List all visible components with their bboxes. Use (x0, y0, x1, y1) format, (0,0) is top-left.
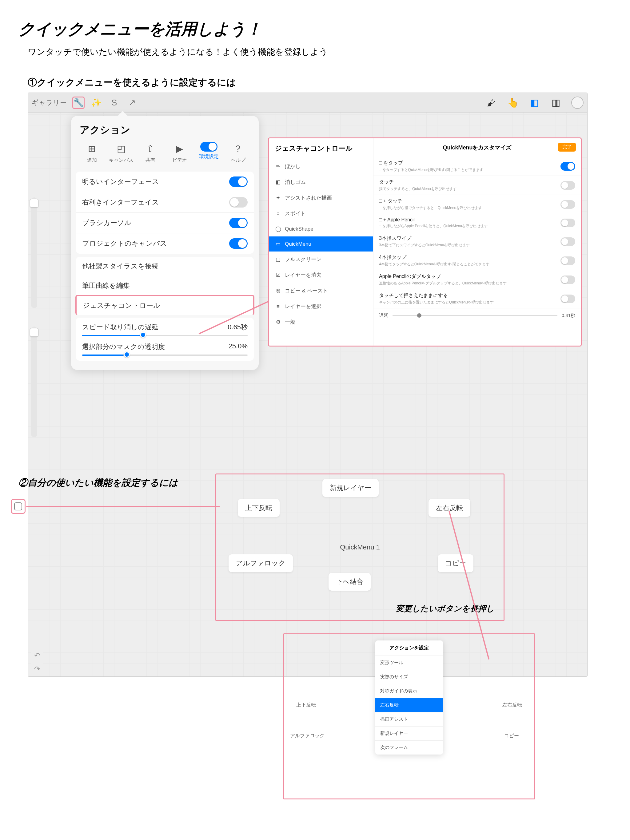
action-area: 上下反転 左右反転 アルファロック コピー アクションを設定 変形ツール 実際の… (283, 633, 535, 799)
gallery-button[interactable]: ギャラリー (32, 98, 67, 107)
row-right: 右利きインターフェイス (76, 192, 254, 213)
gp-row-sqtouch: □ + タッチ□ を押しながら指でタッチすると、QuickMenuを呼び出せます (374, 195, 581, 214)
color-picker[interactable] (571, 96, 584, 109)
eraser-icon[interactable]: ◧ (528, 96, 540, 109)
action-list: アクションを設定 変形ツール 実際のサイズ 対称ガイドの表示 左右反転 描画アシ… (375, 641, 443, 755)
done-button[interactable]: 完了 (558, 143, 576, 152)
qm-note: 変更したいボタンを長押し (396, 603, 494, 614)
gp-quickmenu[interactable]: ▭QuickMenu (269, 237, 373, 251)
gp-row-tap4: 4本指タップ4本指でタップするとQuickMenuを呼び出す/閉じることができま… (374, 251, 581, 270)
row-brush: ブラシカーソル (76, 213, 254, 234)
toggle-touch[interactable] (560, 181, 575, 190)
smudge-icon[interactable]: 👆 (507, 96, 519, 109)
row-light: 明るいインターフェース (76, 172, 254, 192)
al-assist[interactable]: 描画アシスト (375, 712, 443, 726)
section1-label: ①クイックメニューを使えるように設定するには (28, 76, 611, 89)
slider-speed[interactable]: スピード取り消しの遅延0.65秒 (82, 322, 248, 336)
gesture-panel: ジェスチャコントロール ✏ぼかし ◧消しゴム ✦アシストされた描画 ○スポイト … (268, 137, 582, 346)
selection-icon[interactable]: S (108, 96, 120, 109)
al-guide[interactable]: 対称ガイドの表示 (375, 684, 443, 698)
qm-copy[interactable]: コピー (438, 554, 473, 572)
al-actual[interactable]: 実際のサイズ (375, 669, 443, 684)
gp-fullscreen[interactable]: ▢フルスクリーン (269, 251, 373, 267)
al-transform[interactable]: 変形ツール (375, 655, 443, 669)
toggle-right[interactable] (229, 197, 248, 208)
toggle-swipe3[interactable] (560, 237, 575, 246)
brush-size-slider[interactable] (31, 197, 37, 308)
opacity-slider[interactable] (31, 327, 37, 437)
gp-quickshape[interactable]: ◯QuickShape (269, 221, 373, 237)
row-gesture[interactable]: ジェスチャコントロール (75, 295, 255, 315)
gp-select[interactable]: ≡レイヤーを選択 (269, 298, 373, 314)
row-stylus[interactable]: 他社製スタイラスを接続 (76, 257, 254, 276)
actions-popover: アクション ⊞追加 ◰キャンバス ⇧共有 ▶ビデオ 環境設定 ?ヘルプ 明るいイ… (71, 116, 259, 370)
aa-flipv: 上下反転 (296, 702, 316, 708)
gp-eyedrop[interactable]: ○スポイト (269, 206, 373, 221)
redo-icon[interactable]: ↷ (31, 663, 43, 675)
gp-row-hold: タッチして押さえたままにするキャンバスの上に指を置いたままにするとQuickMe… (374, 289, 581, 308)
page-title: クイックメニューを活用しよう！ (19, 19, 611, 40)
al-title: アクションを設定 (375, 641, 443, 655)
tab-video[interactable]: ▶ビデオ (167, 142, 192, 164)
tab-help[interactable]: ?ヘルプ (226, 142, 250, 164)
layers-icon[interactable]: ▥ (550, 96, 562, 109)
toggle-brush[interactable] (229, 218, 248, 228)
aa-copy: コピー (504, 733, 519, 739)
gp-clear[interactable]: ☑レイヤーを消去 (269, 267, 373, 283)
gp-eraser[interactable]: ◧消しゴム (269, 174, 373, 190)
gp-general[interactable]: ⚙一般 (269, 314, 373, 330)
qm-newlayer[interactable]: 新規レイヤー (322, 479, 379, 497)
al-fliph[interactable]: 左右反転 (375, 698, 443, 712)
gp-title: ジェスチャコントロール (269, 138, 373, 159)
gp-row-touch: タッチ指でタッチすると、QuickMenuを呼び出せます (374, 176, 581, 195)
gp-row-tap: □ をタップ□ をタップするとQuickMenuを呼び出す/閉じることができます (374, 157, 581, 176)
qm-name: QuickMenu 1 (340, 543, 380, 551)
tab-prefs[interactable]: 環境設定 (196, 142, 221, 164)
section2-label: ②自分の使いたい機能を設定するには (19, 477, 178, 489)
toggle-hold[interactable] (560, 295, 575, 303)
brush-icon[interactable]: 🖌 (485, 96, 497, 109)
toggle-tap4[interactable] (560, 256, 575, 265)
toggle-pencil[interactable] (560, 219, 575, 227)
tab-add[interactable]: ⊞追加 (80, 142, 104, 164)
wrench-icon[interactable]: 🔧 (72, 96, 85, 109)
square-button[interactable] (11, 499, 25, 514)
gp-right-title: QuickMenuをカスタマイズ (443, 144, 511, 151)
cursor-icon[interactable]: ↗ (126, 96, 138, 109)
gp-row-swipe3: 3本指スワイプ3本指で下にスワイプするとQuickMenuを呼び出せます (374, 232, 581, 251)
popover-title: アクション (71, 116, 259, 142)
gp-copy[interactable]: ⎘コピー & ペースト (269, 283, 373, 298)
tab-share[interactable]: ⇧共有 (138, 142, 163, 164)
gp-assist[interactable]: ✦アシストされた描画 (269, 190, 373, 206)
arrow-line-2 (26, 506, 220, 507)
undo-icon[interactable]: ↶ (31, 649, 43, 662)
toggle-sqtouch[interactable] (560, 200, 575, 209)
qm-merge[interactable]: 下へ結合 (329, 573, 371, 591)
gp-row-dtap: Apple Pencilのダブルタップ互換性のあるApple Pencilをダブ… (374, 270, 581, 289)
wand-icon[interactable]: ✨ (90, 96, 103, 109)
aa-alpha: アルファロック (290, 733, 324, 739)
slider-mask[interactable]: 選択部分のマスクの透明度25.0% (82, 342, 248, 356)
toggle-tap[interactable] (560, 162, 575, 171)
al-newlayer[interactable]: 新規レイヤー (375, 726, 443, 741)
al-next[interactable]: 次のフレーム (375, 741, 443, 755)
toggle-dtap[interactable] (560, 275, 575, 284)
row-project: プロジェクトのキャンバス (76, 234, 254, 254)
gp-blur[interactable]: ✏ぼかし (269, 159, 373, 174)
page-subtitle: ワンタッチで使いたい機能が使えるようになる！よく使う機能を登録しよう (28, 46, 611, 58)
toggle-project[interactable] (229, 238, 248, 249)
toggle-light[interactable] (229, 177, 248, 187)
tab-canvas[interactable]: ◰キャンバス (109, 142, 133, 164)
quickmenu-area: QuickMenu 1 上下反転 新規レイヤー 左右反転 アルファロック 下へ結… (215, 474, 505, 621)
gp-row-pencil: □ + Apple Pencil□ を押しながらApple Pencilを使うと… (374, 214, 581, 232)
aa-fliph: 左右反転 (502, 702, 522, 708)
topbar: ギャラリー 🔧 ✨ S ↗ 🖌 👆 ◧ ▥ (28, 93, 587, 112)
row-pressure[interactable]: 筆圧曲線を編集 (76, 276, 254, 295)
qm-alpha[interactable]: アルファロック (229, 554, 293, 572)
qm-flipv[interactable]: 上下反転 (238, 499, 280, 517)
